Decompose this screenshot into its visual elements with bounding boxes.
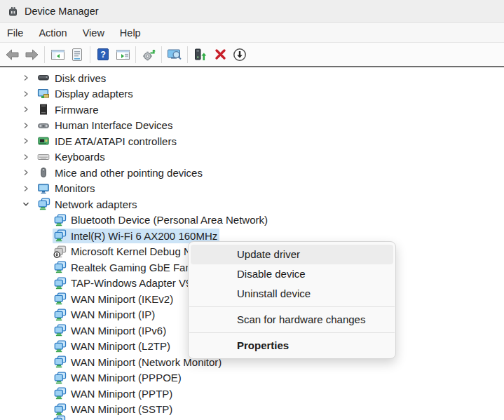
help-button[interactable]: ? — [94, 46, 112, 64]
toolbar-separator — [187, 46, 188, 63]
tree-item-wan-miniport-sstp[interactable]: WAN Miniport (SSTP) — [0, 402, 504, 418]
chevron-right-icon[interactable] — [21, 90, 31, 98]
display-adapter-icon — [37, 88, 50, 100]
tree-item-label: WAN Miniport (L2TP) — [71, 340, 170, 352]
tree-item-label: Monitors — [55, 182, 95, 194]
context-menu: Update driverDisable deviceUninstall dev… — [188, 241, 396, 359]
menu-help[interactable]: Help — [116, 26, 145, 40]
tree-item-label: Mice and other pointing devices — [55, 167, 203, 179]
tree-item-label: Network adapters — [55, 198, 137, 210]
network-adapter-icon — [53, 214, 67, 226]
context-menu-item-properties[interactable]: Properties — [191, 336, 393, 355]
network-adapter-icon — [53, 277, 67, 290]
network-adapter-icon — [53, 261, 67, 273]
network-adapter-icon — [53, 403, 67, 416]
properties-pane-button[interactable] — [68, 46, 86, 64]
network-adapter-icon — [37, 198, 50, 210]
back-icon — [5, 48, 20, 61]
toolbar: ? — [0, 43, 504, 67]
tree-item-label: Human Interface Devices — [55, 119, 172, 131]
computer-search-button[interactable] — [165, 46, 184, 64]
chevron-right-icon[interactable] — [21, 153, 31, 161]
show-console-tree-button[interactable] — [48, 46, 67, 64]
tree-item-label: IDE ATA/ATAPI controllers — [55, 135, 177, 147]
tree-item-wan-miniport-pppoe[interactable]: WAN Miniport (PPPOE) — [0, 370, 504, 386]
tree-item-keyboards[interactable]: Keyboards — [0, 149, 504, 165]
hid-icon — [37, 119, 50, 132]
menu-action[interactable]: Action — [34, 26, 71, 40]
mouse-icon — [37, 166, 50, 179]
svg-text:?: ? — [100, 50, 106, 60]
tree-item-label: TAP-Windows Adapter V9 — [71, 277, 191, 289]
forward-button[interactable] — [22, 46, 41, 64]
chevron-right-icon[interactable] — [21, 121, 31, 130]
network-adapter-icon — [53, 229, 67, 242]
tree-item-bluetooth-device-personal-area-network[interactable]: Bluetooth Device (Personal Area Network) — [0, 212, 504, 229]
show-action-pane-button[interactable] — [114, 46, 132, 64]
network-adapter-icon — [53, 292, 67, 305]
context-menu-separator — [189, 306, 395, 307]
update-driver-button[interactable] — [191, 46, 210, 64]
toolbar-separator — [135, 46, 136, 63]
tree-item-label: WAN Miniport (SSTP) — [71, 403, 172, 415]
network-adapter-icon — [53, 372, 67, 384]
tree-item-network-adapters[interactable]: Network adapters — [0, 196, 504, 212]
network-adapter-icon — [53, 309, 67, 321]
network-adapter-disabled-icon — [53, 245, 67, 258]
firmware-icon — [37, 103, 50, 116]
uninstall-device-button[interactable] — [211, 46, 229, 64]
forward-icon — [25, 48, 39, 61]
chevron-right-icon[interactable] — [21, 105, 31, 114]
context-menu-item-scan-for-hardware-changes[interactable]: Scan for hardware changes — [191, 310, 393, 330]
network-adapter-icon — [53, 324, 67, 337]
menu-view[interactable]: View — [79, 26, 109, 40]
tree-item-label: Disk drives — [55, 72, 106, 84]
computer-search-icon — [167, 48, 182, 61]
disable-device-button[interactable] — [231, 46, 249, 64]
scan-for-hardware-changes-button[interactable] — [139, 46, 158, 64]
tree-item-label: Realtek Gaming GbE Fami — [71, 262, 196, 273]
tree-item-label: WAN Miniport (IKEv2) — [71, 293, 173, 305]
chevron-right-icon[interactable] — [21, 137, 31, 145]
context-menu-item-disable-device[interactable]: Disable device — [191, 264, 393, 284]
window-title: Device Manager — [25, 6, 99, 17]
scan-for-hardware-changes-icon — [142, 48, 156, 62]
chevron-right-icon[interactable] — [21, 184, 31, 193]
tree-item-wan-miniport-pptp[interactable]: WAN Miniport (PPTP) — [0, 386, 504, 402]
tree-item-label: WAN Miniport (IP) — [71, 309, 155, 320]
context-menu-separator — [189, 332, 395, 333]
tree-item-label: WAN Miniport (PPTP) — [71, 388, 172, 400]
context-menu-item-update-driver[interactable]: Update driver — [191, 245, 393, 264]
tree-item-label: Bluetooth Device (Personal Area Network) — [71, 214, 268, 226]
network-adapter-icon — [53, 340, 67, 353]
context-menu-item-uninstall-device[interactable]: Uninstall device — [191, 284, 393, 304]
tree-item-firmware[interactable]: Firmware — [0, 102, 504, 118]
network-adapter-icon — [53, 355, 67, 368]
tree-item-label: Firmware — [55, 104, 99, 116]
uninstall-device-icon — [214, 48, 227, 61]
menu-file[interactable]: File — [3, 26, 27, 40]
network-adapter-icon — [53, 387, 67, 400]
tree-item-label: Keyboards — [55, 151, 105, 163]
chevron-right-icon[interactable] — [21, 74, 31, 82]
tree-item-disk-drives[interactable]: Disk drives — [0, 70, 504, 86]
back-button[interactable] — [3, 46, 21, 64]
tree-item-display-adapters[interactable]: Display adapters — [0, 86, 504, 102]
disk-drive-icon — [37, 72, 50, 84]
tree-item-label: WAN Miniport (PPPOE) — [71, 372, 182, 384]
show-console-tree-icon — [50, 48, 65, 61]
tree-item-monitors[interactable]: Monitors — [0, 181, 504, 197]
device-manager-icon — [7, 6, 19, 18]
tree-item-label: Intel(R) Wi-Fi 6 AX200 160MHz — [71, 230, 217, 242]
properties-pane-icon — [71, 48, 83, 62]
chevron-right-icon[interactable] — [21, 168, 31, 177]
titlebar: Device Manager — [0, 0, 504, 23]
tree-item-human-interface-devices[interactable]: Human Interface Devices — [0, 118, 504, 134]
update-driver-icon — [193, 48, 207, 62]
toolbar-separator — [44, 46, 45, 63]
tree-item-partial — [53, 415, 66, 420]
tree-item-ide-ata-atapi-controllers[interactable]: IDE ATA/ATAPI controllers — [0, 133, 504, 149]
menubar: FileActionViewHelp — [0, 23, 504, 43]
tree-item-mice-and-other-pointing-devices[interactable]: Mice and other pointing devices — [0, 165, 504, 181]
chevron-down-icon[interactable] — [21, 200, 31, 208]
